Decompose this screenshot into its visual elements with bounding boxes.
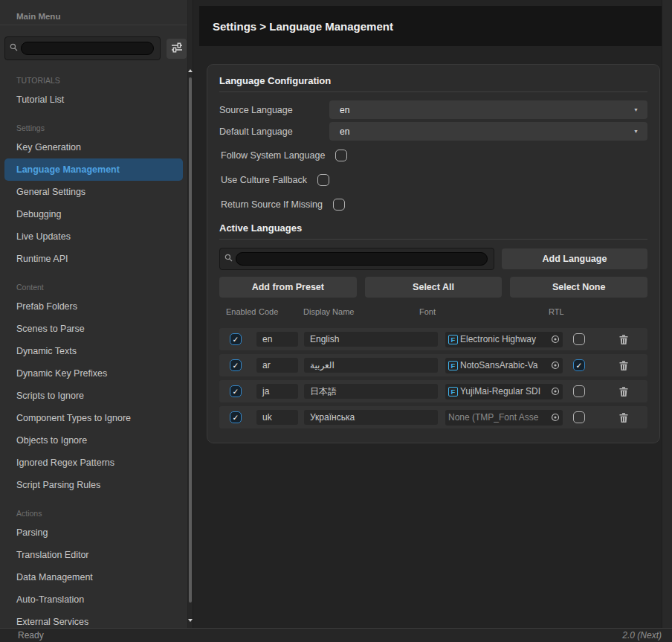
- font-asset-icon: F: [448, 361, 458, 370]
- language-configuration-title: Language Configuration: [219, 75, 647, 86]
- divider: [219, 92, 647, 92]
- display-name-input[interactable]: العربية: [304, 358, 438, 373]
- languages-search-box[interactable]: [219, 248, 494, 270]
- follow-system-language-label: Follow System Language: [221, 150, 325, 161]
- sidebar: Main Menu TUTORIALS: [0, 0, 187, 628]
- enabled-checkbox[interactable]: ✓: [230, 359, 242, 371]
- page-header: Settings > Language Management: [199, 6, 662, 46]
- scroll-up-icon[interactable]: [188, 69, 193, 72]
- breadcrumb: Settings > Language Management: [199, 20, 393, 33]
- sidebar-item-language-management[interactable]: Language Management: [4, 158, 183, 181]
- font-object-field[interactable]: F None (TMP_Font Asse: [445, 410, 563, 426]
- sidebar-item-key-generation[interactable]: Key Generation: [0, 136, 187, 158]
- section-label-actions: Actions: [0, 505, 187, 521]
- font-object-field[interactable]: F YujiMai-Regular SDI: [445, 384, 563, 399]
- sidebar-item-scripts-to-ignore[interactable]: Scripts to Ignore: [0, 385, 187, 407]
- object-picker-icon[interactable]: [551, 413, 560, 422]
- sidebar-scrollbar-thumb[interactable]: [189, 77, 192, 603]
- sidebar-item-runtime-api[interactable]: Runtime API: [0, 248, 187, 270]
- sidebar-item-general-settings[interactable]: General Settings: [0, 181, 187, 203]
- use-culture-fallback-checkbox[interactable]: [317, 174, 329, 186]
- sidebar-item-script-parsing-rules[interactable]: Script Parsing Rules: [0, 474, 187, 496]
- sidebar-item-tutorial-list[interactable]: Tutorial List: [0, 89, 187, 111]
- default-language-row: Default Language en ▼: [219, 122, 647, 141]
- sidebar-item-live-updates[interactable]: Live Updates: [0, 225, 187, 248]
- default-language-dropdown[interactable]: en ▼: [329, 122, 647, 141]
- display-name-input[interactable]: Українська: [304, 410, 438, 425]
- rtl-checkbox[interactable]: [573, 333, 585, 345]
- column-enabled: Enabled: [226, 307, 259, 316]
- section-label-tutorials: TUTORIALS: [0, 72, 187, 89]
- divider: [219, 239, 647, 240]
- sidebar-item-dynamic-texts[interactable]: Dynamic Texts: [0, 340, 187, 362]
- language-row-ar: ✓ ar العربية F NotoSansArabic-Va ✓: [219, 354, 647, 376]
- sidebar-search-row: [4, 36, 187, 60]
- rtl-checkbox[interactable]: [573, 385, 585, 397]
- font-name: Electronic Highway: [460, 334, 549, 344]
- sidebar-item-parsing[interactable]: Parsing: [0, 521, 187, 544]
- sidebar-item-component-types-to-ignore[interactable]: Component Types to Ignore: [0, 407, 187, 429]
- display-name-input[interactable]: 日本語: [304, 384, 438, 399]
- return-source-if-missing-checkbox[interactable]: [333, 199, 345, 211]
- code-input[interactable]: ja: [256, 384, 298, 399]
- main-scrollbar-track[interactable]: [662, 0, 672, 628]
- add-from-preset-button[interactable]: Add from Preset: [219, 277, 357, 298]
- source-language-row: Source Language en ▼: [219, 100, 647, 119]
- sliders-filter-icon: [171, 42, 183, 55]
- code-input[interactable]: ar: [256, 358, 298, 373]
- sidebar-item-dynamic-key-prefixes[interactable]: Dynamic Key Prefixes: [0, 362, 187, 385]
- font-object-field[interactable]: F Electronic Highway: [445, 332, 563, 347]
- sidebar-search-input[interactable]: [21, 42, 154, 55]
- status-text: Ready: [0, 630, 44, 641]
- check-icon: ✓: [233, 362, 239, 370]
- trash-icon[interactable]: [619, 361, 628, 370]
- use-culture-fallback-row: Use Culture Fallback: [221, 173, 647, 186]
- code-input[interactable]: uk: [256, 410, 298, 425]
- font-object-field[interactable]: F NotoSansArabic-Va: [445, 358, 563, 373]
- language-row-uk: ✓ uk Українська F None (TMP_Font Asse: [219, 406, 647, 428]
- select-none-button[interactable]: Select None: [510, 277, 647, 298]
- column-font: Font: [419, 307, 549, 316]
- enabled-checkbox[interactable]: ✓: [230, 333, 242, 345]
- sidebar-item-translation-editor[interactable]: Translation Editor: [0, 544, 187, 566]
- follow-system-language-checkbox[interactable]: [335, 150, 347, 161]
- display-name-input[interactable]: English: [304, 332, 438, 347]
- column-rtl: RTL: [549, 307, 564, 316]
- font-asset-icon: F: [448, 387, 458, 397]
- trash-icon[interactable]: [619, 335, 628, 344]
- rtl-checkbox[interactable]: [573, 411, 585, 423]
- object-picker-icon[interactable]: [551, 361, 560, 370]
- object-picker-icon[interactable]: [551, 335, 560, 344]
- status-bar: Ready 2.0 (Next): [0, 628, 672, 642]
- enabled-checkbox[interactable]: ✓: [230, 411, 242, 423]
- enabled-checkbox[interactable]: ✓: [230, 385, 242, 397]
- select-all-button[interactable]: Select All: [365, 277, 503, 298]
- code-input[interactable]: en: [256, 332, 298, 347]
- version-label: 2.0 (Next): [622, 630, 672, 641]
- scroll-down-icon[interactable]: [188, 619, 193, 622]
- sidebar-item-objects-to-ignore[interactable]: Objects to Ignore: [0, 429, 187, 452]
- default-language-label: Default Language: [219, 126, 329, 137]
- font-name: None (TMP_Font Asse: [448, 412, 549, 423]
- sidebar-item-data-management[interactable]: Data Management: [0, 566, 187, 588]
- bulk-buttons-row: Add from Preset Select All Select None: [219, 277, 647, 298]
- add-language-button[interactable]: Add Language: [502, 248, 647, 269]
- rtl-checkbox[interactable]: ✓: [573, 359, 585, 371]
- check-icon: ✓: [233, 414, 239, 422]
- trash-icon[interactable]: [619, 387, 628, 397]
- check-icon: ✓: [233, 336, 239, 344]
- languages-search-input[interactable]: [236, 252, 488, 266]
- object-picker-icon[interactable]: [551, 387, 560, 396]
- filter-button[interactable]: [167, 39, 187, 59]
- sidebar-search-box[interactable]: [4, 36, 161, 60]
- sidebar-item-debugging[interactable]: Debugging: [0, 203, 187, 225]
- source-language-dropdown[interactable]: en ▼: [329, 100, 647, 119]
- sidebar-item-external-services[interactable]: External Services: [0, 611, 187, 628]
- sidebar-item-scenes-to-parse[interactable]: Scenes to Parse: [0, 318, 187, 340]
- sidebar-scrollbar[interactable]: [187, 0, 193, 628]
- sidebar-item-ignored-regex-patterns[interactable]: Ignored Regex Patterns: [0, 452, 187, 474]
- sidebar-item-auto-translation[interactable]: Auto-Translation: [0, 588, 187, 611]
- sidebar-item-prefab-folders[interactable]: Prefab Folders: [0, 295, 187, 318]
- section-label-settings: Settings: [0, 120, 187, 136]
- trash-icon[interactable]: [619, 413, 628, 423]
